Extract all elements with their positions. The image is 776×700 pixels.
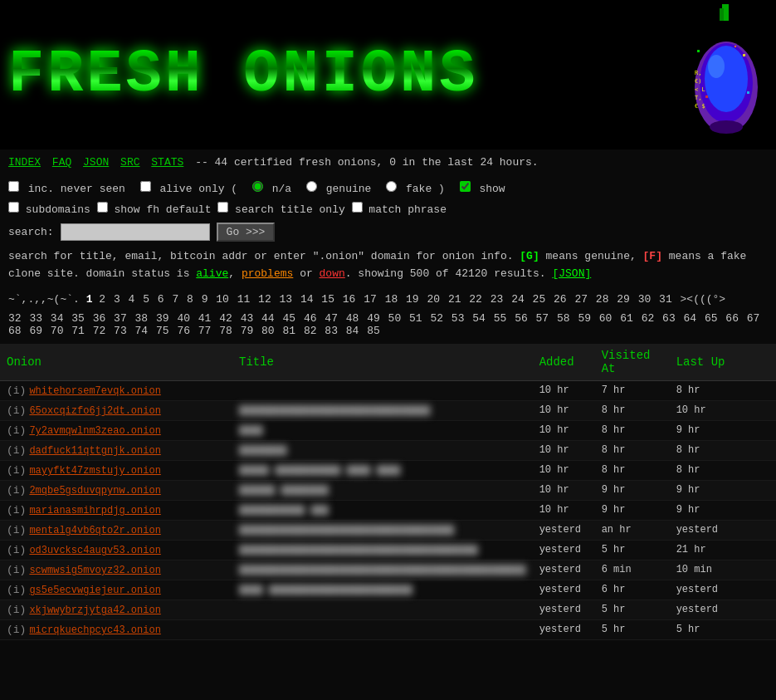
page-link-35[interactable]: 35 xyxy=(71,312,85,325)
page-link-38[interactable]: 38 xyxy=(135,312,149,325)
show-checkbox[interactable] xyxy=(460,181,471,192)
page-link-69[interactable]: 69 xyxy=(29,325,42,337)
page-link-9[interactable]: 9 xyxy=(202,293,208,306)
page-link-73[interactable]: 73 xyxy=(114,325,127,337)
page-link-26[interactable]: 26 xyxy=(554,293,567,306)
page-link-58[interactable]: 58 xyxy=(557,312,570,325)
page-link-68[interactable]: 68 xyxy=(8,325,22,337)
info-link[interactable]: (i) xyxy=(7,384,26,397)
info-link[interactable]: (i) xyxy=(7,464,26,477)
page-link-84[interactable]: 84 xyxy=(346,325,359,337)
page-link-78[interactable]: 78 xyxy=(219,325,232,337)
na-radio-label[interactable]: n/a xyxy=(252,183,298,195)
page-link-2[interactable]: 2 xyxy=(99,293,105,306)
page-link-16[interactable]: 16 xyxy=(343,293,356,306)
onion-link[interactable]: whitehorsem7evqk.onion xyxy=(29,385,160,397)
onion-link[interactable]: scwmwsig5mvoyz32.onion xyxy=(29,565,160,576)
page-link-65[interactable]: 65 xyxy=(705,312,718,325)
page-link-21[interactable]: 21 xyxy=(448,293,461,306)
info-link[interactable]: (i) xyxy=(7,584,26,596)
page-link-60[interactable]: 60 xyxy=(599,312,613,325)
page-link-4[interactable]: 4 xyxy=(129,293,135,306)
page-link-36[interactable]: 36 xyxy=(93,312,106,325)
nav-link-src[interactable]: SRC xyxy=(120,156,139,169)
nav-link-index[interactable]: INDEX xyxy=(8,156,41,169)
page-link-71[interactable]: 71 xyxy=(71,325,85,337)
page-link-24[interactable]: 24 xyxy=(511,293,525,306)
page-link-76[interactable]: 76 xyxy=(177,325,190,337)
page-link-34[interactable]: 34 xyxy=(51,312,64,325)
page-link-12[interactable]: 12 xyxy=(258,293,271,306)
info-link[interactable]: (i) xyxy=(7,544,26,556)
page-link-56[interactable]: 56 xyxy=(515,312,528,325)
info-link[interactable]: (i) xyxy=(7,564,26,576)
info-link[interactable]: (i) xyxy=(7,424,26,437)
page-link-22[interactable]: 22 xyxy=(469,293,482,306)
page-link-67[interactable]: 67 xyxy=(747,312,760,325)
page-link-57[interactable]: 57 xyxy=(536,312,549,325)
info-link[interactable]: (i) xyxy=(7,624,26,636)
page-link-53[interactable]: 53 xyxy=(451,312,465,325)
info-link[interactable]: (i) xyxy=(7,404,26,417)
show-fh-default-label[interactable]: show fh default xyxy=(97,203,218,216)
onion-link[interactable]: mayyfkt47zmstujy.onion xyxy=(29,465,160,477)
page-link-20[interactable]: 20 xyxy=(427,293,440,306)
subdomains-label[interactable]: subdomains xyxy=(8,203,97,216)
page-link-3[interactable]: 3 xyxy=(114,293,120,306)
page-link-30[interactable]: 30 xyxy=(638,293,652,306)
page-link-13[interactable]: 13 xyxy=(280,293,293,306)
page-link-5[interactable]: 5 xyxy=(143,293,149,306)
onion-link[interactable]: xkjwwybrzjytga42.onion xyxy=(29,605,160,616)
page-link-61[interactable]: 61 xyxy=(620,312,633,325)
page-link-50[interactable]: 50 xyxy=(388,312,402,325)
page-link-27[interactable]: 27 xyxy=(574,293,588,306)
page-link-55[interactable]: 55 xyxy=(494,312,507,325)
fake-radio[interactable] xyxy=(386,181,397,192)
page-link-39[interactable]: 39 xyxy=(156,312,169,325)
page-link-45[interactable]: 45 xyxy=(282,312,295,325)
page-link-10[interactable]: 10 xyxy=(216,293,229,306)
page-link-62[interactable]: 62 xyxy=(642,312,655,325)
show-checkbox-label[interactable]: show xyxy=(460,183,505,195)
search-input[interactable] xyxy=(61,223,210,241)
page-link-72[interactable]: 72 xyxy=(93,325,106,337)
nav-link-json[interactable]: JSON xyxy=(83,156,109,169)
page-link-43[interactable]: 43 xyxy=(241,312,254,325)
page-link-46[interactable]: 46 xyxy=(304,312,317,325)
match-phrase-label[interactable]: match phrase xyxy=(352,203,447,216)
onion-link[interactable]: 2mqbe5gsduvqpynw.onion xyxy=(29,485,160,497)
page-link-31[interactable]: 31 xyxy=(659,293,672,306)
page-link-79[interactable]: 79 xyxy=(241,325,254,337)
page-link-42[interactable]: 42 xyxy=(219,312,232,325)
onion-link[interactable]: 65oxcqizfo6jj2dt.onion xyxy=(29,405,160,417)
page-link-51[interactable]: 51 xyxy=(409,312,422,325)
page-link-25[interactable]: 25 xyxy=(533,293,546,306)
inc-never-seen-label[interactable]: inc. never seen xyxy=(8,183,132,195)
info-link[interactable]: (i) xyxy=(7,444,26,457)
page-link-74[interactable]: 74 xyxy=(135,325,149,337)
onion-link[interactable]: dadfuck11qttgnjk.onion xyxy=(29,445,160,457)
page-link-83[interactable]: 83 xyxy=(325,325,338,337)
search-button[interactable]: Go >>> xyxy=(217,223,276,242)
page-link-19[interactable]: 19 xyxy=(406,293,419,306)
onion-link[interactable]: od3uvcksc4augv53.onion xyxy=(29,545,160,556)
info-link[interactable]: (i) xyxy=(7,524,26,536)
page-link-7[interactable]: 7 xyxy=(172,293,178,306)
page-link-6[interactable]: 6 xyxy=(158,293,164,306)
info-link[interactable]: (i) xyxy=(7,604,26,616)
info-link[interactable]: (i) xyxy=(7,504,26,516)
page-link-14[interactable]: 14 xyxy=(300,293,314,306)
onion-link[interactable]: 7y2avmqwlnm3zeao.onion xyxy=(29,425,160,437)
page-link-85[interactable]: 85 xyxy=(367,325,380,337)
page-link-37[interactable]: 37 xyxy=(114,312,127,325)
search-title-only-checkbox[interactable] xyxy=(217,202,228,213)
nav-link-faq[interactable]: FAQ xyxy=(52,156,71,169)
page-link-70[interactable]: 70 xyxy=(51,325,64,337)
page-link-75[interactable]: 75 xyxy=(156,325,169,337)
page-link-23[interactable]: 23 xyxy=(490,293,504,306)
page-link-77[interactable]: 77 xyxy=(198,325,212,337)
alive-only-checkbox[interactable] xyxy=(140,181,151,192)
onion-link[interactable]: marianasmihrpdjg.onion xyxy=(29,505,160,516)
page-link-66[interactable]: 66 xyxy=(725,312,739,325)
page-link-64[interactable]: 64 xyxy=(684,312,697,325)
